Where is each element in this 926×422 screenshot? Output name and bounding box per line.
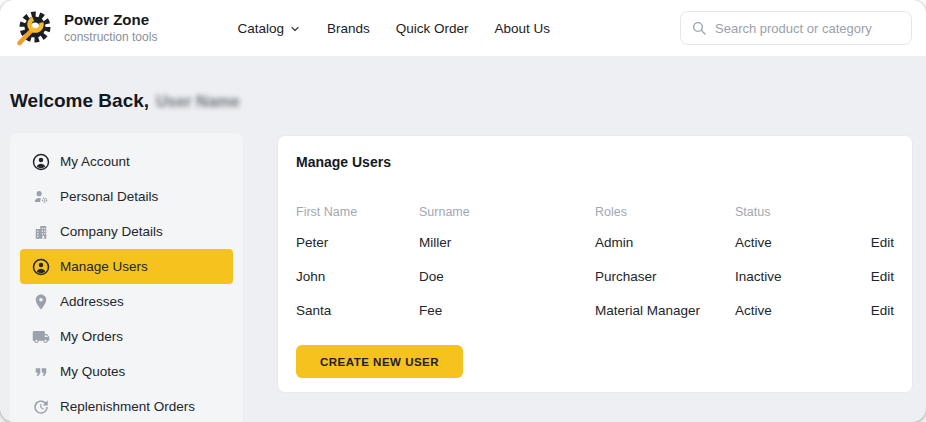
building-icon [32,223,50,241]
edit-link[interactable]: Edit [858,235,894,250]
truck-icon [32,328,50,346]
welcome-heading: Welcome Back,User Name [10,90,240,112]
manage-users-panel: Manage Users First Name Surname Roles St… [277,135,913,393]
account-circle-icon [32,153,50,171]
main-nav: Catalog Brands Quick Order About Us [237,21,550,36]
cell-first-name: John [296,269,419,284]
brand-text: Power Zone construction tools [64,11,157,44]
search-box [680,11,912,45]
gear-wrench-logo-icon [14,8,54,48]
sidebar-item-label: Replenishment Orders [60,399,195,414]
table-row: John Doe Purchaser Inactive Edit [296,259,894,293]
nav-item-catalog-label: Catalog [237,21,284,36]
nav-item-about-us[interactable]: About Us [495,21,551,36]
search-icon [691,20,707,36]
sidebar-item-addresses[interactable]: Addresses [20,284,233,319]
panel-title: Manage Users [296,154,894,171]
location-pin-icon [32,293,50,311]
brand-logo-block[interactable]: Power Zone construction tools [14,8,157,48]
clock-refresh-icon [32,398,50,416]
user-name-blurred: User Name [156,93,240,111]
account-sidebar: My Account Personal Details Company Deta… [10,133,243,422]
search-input[interactable] [715,21,901,36]
cell-surname: Doe [419,269,595,284]
table-row: Peter Miller Admin Active Edit [296,225,894,259]
table-header-row: First Name Surname Roles Status [296,199,894,225]
cell-surname: Fee [419,303,595,318]
cell-status: Active [735,303,858,318]
create-new-user-button[interactable]: CREATE NEW USER [296,345,463,378]
edit-link[interactable]: Edit [858,303,894,318]
nav-item-brands[interactable]: Brands [327,21,370,36]
sidebar-item-label: Company Details [60,224,163,239]
nav-item-quick-order-label: Quick Order [396,21,469,36]
cell-status: Inactive [735,269,858,284]
chevron-down-icon [289,23,301,35]
cell-first-name: Peter [296,235,419,250]
person-gear-icon [32,188,50,206]
cell-role: Material Manager [595,303,735,318]
cell-status: Active [735,235,858,250]
sidebar-item-company-details[interactable]: Company Details [20,214,233,249]
users-table: First Name Surname Roles Status Peter Mi… [296,199,894,327]
account-circle-icon [32,258,50,276]
sidebar-item-my-account[interactable]: My Account [20,144,233,179]
nav-item-brands-label: Brands [327,21,370,36]
sidebar-item-label: Addresses [60,294,124,309]
sidebar-item-label: My Quotes [60,364,125,379]
edit-link[interactable]: Edit [858,269,894,284]
nav-item-about-us-label: About Us [495,21,551,36]
top-header: Power Zone construction tools Catalog Br… [0,0,926,57]
sidebar-item-my-orders[interactable]: My Orders [20,319,233,354]
col-header-first-name: First Name [296,205,419,219]
sidebar-item-personal-details[interactable]: Personal Details [20,179,233,214]
quotes-icon [32,363,50,381]
col-header-roles: Roles [595,205,735,219]
sidebar-item-label: My Account [60,154,130,169]
cell-first-name: Santa [296,303,419,318]
brand-tagline: construction tools [64,30,157,44]
table-row: Santa Fee Material Manager Active Edit [296,293,894,327]
sidebar-item-label: Personal Details [60,189,158,204]
sidebar-item-label: Manage Users [60,259,148,274]
cell-role: Admin [595,235,735,250]
col-header-status: Status [735,205,858,219]
brand-name: Power Zone [64,11,157,30]
sidebar-item-manage-users[interactable]: Manage Users [20,249,233,284]
nav-item-quick-order[interactable]: Quick Order [396,21,469,36]
cell-surname: Miller [419,235,595,250]
sidebar-item-replenishment-orders[interactable]: Replenishment Orders [20,389,233,422]
cell-role: Purchaser [595,269,735,284]
welcome-greeting: Welcome Back, [10,90,149,111]
sidebar-item-my-quotes[interactable]: My Quotes [20,354,233,389]
nav-item-catalog[interactable]: Catalog [237,21,301,36]
col-header-surname: Surname [419,205,595,219]
app-window: Power Zone construction tools Catalog Br… [0,0,926,422]
sidebar-item-label: My Orders [60,329,123,344]
